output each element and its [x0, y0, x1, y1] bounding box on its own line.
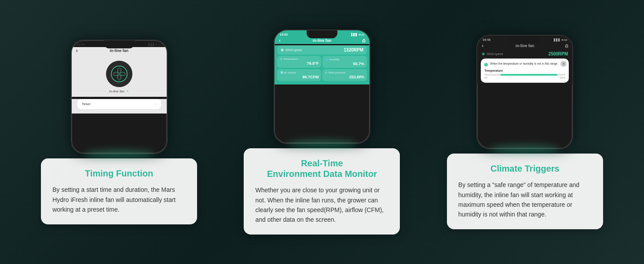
humidity-card: 💧 Humidity 50.7%	[322, 56, 367, 68]
air-volume-card: 💨 Air volume 96.7CFM	[277, 69, 322, 81]
timer-arrow: ›	[155, 102, 157, 106]
humidity-label: 💧 Humidity	[325, 58, 364, 61]
realtime-body: Whether you are close to your growing un…	[255, 185, 388, 225]
phone3-time: 09:58	[483, 38, 490, 41]
metrics-grid: 🌡 Temperature 76.8°F 💧 Humidity 50.7%	[277, 56, 367, 81]
dark-wind-icon: ❋	[482, 52, 485, 56]
phone2-title: in-line fan	[313, 38, 332, 43]
timer-label: Timer	[82, 102, 91, 106]
phone1-status-icons: ▋▋▋ ≋ 83	[148, 43, 161, 46]
phone1-notch	[104, 40, 135, 48]
phone2-back-icon[interactable]: ‹	[279, 37, 281, 44]
phone2-container: 14:43 ▋▋▋ ≋ 31 ‹ in-line fan ⎙ ❋ Wind sp…	[274, 29, 370, 144]
wind-pressure-value: 253.6PA	[325, 75, 364, 79]
phone1-title: in-line fan	[110, 48, 128, 53]
wind-speed-card: ❋ Wind speed 1320RPM	[277, 45, 367, 55]
phone1-device-name: in-line fan ✎	[109, 89, 129, 93]
air-volume-label: 💨 Air volume	[280, 71, 319, 74]
temp-label: 🌡 Temperature	[280, 58, 319, 60]
condition-indicator	[484, 63, 488, 66]
temp-icon: 🌡	[280, 58, 282, 60]
temp-section-label: Temperature	[484, 69, 565, 72]
dark-wind-label: ❋ Wind speed	[482, 52, 503, 56]
climate-info-card: Climate Triggers By setting a "safe rang…	[447, 154, 603, 229]
realtime-title: Real-Time Environment Data Monitor	[255, 158, 388, 179]
temp-max-label: 100°F	[560, 77, 565, 79]
svg-point-4	[117, 75, 121, 80]
phone2-notch	[307, 30, 337, 38]
phone3-container: 09:58 ▋▋▋ ≋ 83 ‹ in-line fan ⎙ ❋ Wind sp…	[476, 35, 573, 149]
phone3-status-icons: ▋▋▋ ≋ 83	[554, 38, 567, 41]
modal-close-button[interactable]: ✕	[560, 61, 567, 67]
svg-point-2	[117, 68, 121, 73]
timer-row[interactable]: Timer ›	[77, 99, 161, 109]
temp-card: 🌡 Temperature 76.8°F	[277, 56, 322, 68]
phone3-content: ❋ Wind speed 2500RPM ✕ When the temperat…	[477, 49, 572, 84]
phone1-glow	[84, 150, 154, 158]
realtime-info-card: Real-Time Environment Data Monitor Wheth…	[244, 148, 400, 235]
phone2-content: ❋ Wind speed 1320RPM 🌡 Temperature 76.	[274, 45, 370, 84]
wind-icon: ❋	[281, 48, 284, 52]
phone3-notch	[509, 36, 540, 44]
main-container: 09:54 ▋▋▋ ≋ 83 ‹ in-line fan	[0, 0, 644, 264]
dark-wind-row: ❋ Wind speed 2500RPM	[477, 49, 572, 59]
climate-title: Climate Triggers	[458, 163, 592, 174]
edit-icon[interactable]: ✎	[126, 90, 129, 93]
wind2-icon: 💨	[280, 71, 283, 74]
realtime-section: 14:43 ▋▋▋ ≋ 31 ‹ in-line fan ⎙ ❋ Wind sp…	[244, 29, 400, 235]
phone1-time: 09:54	[77, 43, 85, 46]
phone2-share-icon[interactable]: ⎙	[362, 38, 365, 43]
phone2-time: 14:43	[280, 33, 288, 36]
humidity-value: 50.7%	[325, 62, 364, 66]
climate-modal: ✕ When the temperature or humidity is no…	[481, 59, 569, 83]
phone2-frame: 14:43 ▋▋▋ ≋ 31 ‹ in-line fan ⎙ ❋ Wind sp…	[274, 29, 370, 144]
gauge-icon: ⊙	[325, 71, 327, 74]
svg-point-3	[120, 72, 125, 76]
phone3-share-icon[interactable]: ⎙	[565, 44, 568, 48]
temp-range-bar[interactable]	[484, 74, 565, 76]
timing-section: 09:54 ▋▋▋ ≋ 83 ‹ in-line fan	[41, 40, 197, 224]
dark-wind-value: 2500RPM	[549, 51, 568, 56]
temp-range-labels: 0°F 100°F	[484, 77, 565, 79]
wind-pressure-label: ⊙ Wind pressure	[325, 71, 364, 74]
svg-point-5	[113, 72, 118, 76]
droplet-icon: 💧	[325, 58, 328, 61]
phone1-device-area: in-line fan ✎	[72, 54, 167, 97]
condition-text: When the temperature or humidity is not …	[490, 62, 557, 66]
phone3-title: in-line fan	[516, 44, 534, 48]
temp-value: 76.8°F	[280, 61, 319, 66]
phone3-glow	[490, 145, 560, 154]
phone1-container: 09:54 ▋▋▋ ≋ 83 ‹ in-line fan	[71, 40, 168, 154]
phone2-status-icons: ▋▋▋ ≋ 31	[351, 33, 364, 36]
timing-info-card: Timing Function By setting a start time …	[41, 158, 197, 224]
phone2-glow	[287, 139, 357, 148]
temp-min-label: 0°F	[484, 77, 488, 79]
phone1-frame: 09:54 ▋▋▋ ≋ 83 ‹ in-line fan	[71, 40, 168, 154]
fan-svg	[110, 65, 128, 83]
phone3-frame: 09:58 ▋▋▋ ≋ 83 ‹ in-line fan ⎙ ❋ Wind sp…	[476, 35, 573, 149]
temp-range-fill	[501, 74, 557, 76]
climate-section: 09:58 ▋▋▋ ≋ 83 ‹ in-line fan ⎙ ❋ Wind sp…	[447, 35, 603, 229]
modal-condition: When the temperature or humidity is not …	[484, 62, 565, 66]
phone3-back-icon[interactable]: ‹	[482, 43, 483, 49]
climate-body: By setting a "safe range" of temperature…	[458, 180, 592, 220]
timing-title: Timing Function	[52, 168, 186, 179]
timing-body: By setting a start time and duration, th…	[52, 185, 186, 214]
phone1-device-image	[106, 61, 132, 87]
phone1-back-icon[interactable]: ‹	[76, 48, 78, 54]
wind-pressure-card: ⊙ Wind pressure 253.6PA	[322, 69, 367, 81]
phone1-content: Timer ›	[72, 99, 167, 114]
wind-speed-value: 1320RPM	[344, 48, 363, 52]
air-volume-value: 96.7CFM	[280, 75, 319, 79]
wind-speed-label: ❋ Wind speed	[281, 48, 302, 52]
